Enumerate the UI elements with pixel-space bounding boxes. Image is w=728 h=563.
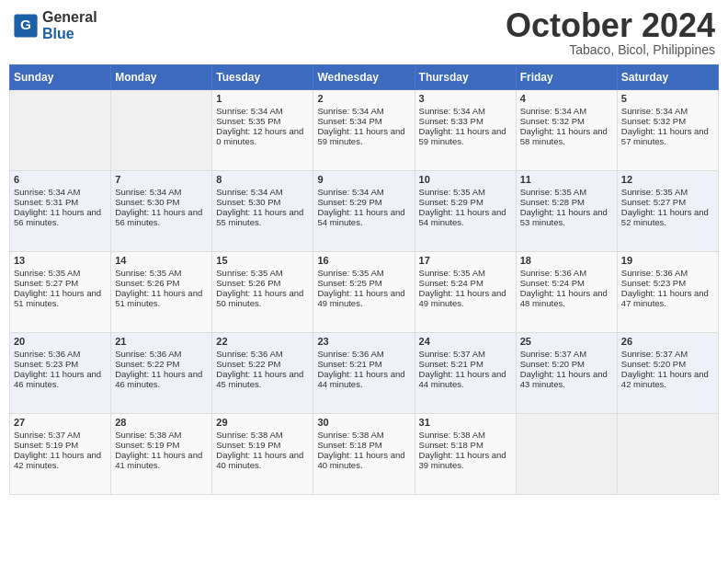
day-number: 2 <box>317 93 410 104</box>
day-info: Daylight: 11 hours and 58 minutes. <box>520 126 613 146</box>
weekday-header-saturday: Saturday <box>617 65 718 90</box>
day-number: 14 <box>115 255 208 266</box>
day-info: Sunrise: 5:37 AM <box>621 349 714 359</box>
day-info: Sunrise: 5:34 AM <box>317 106 410 116</box>
day-info: Sunset: 5:32 PM <box>621 116 714 126</box>
title-block: October 2024 Tabaco, Bicol, Philippines <box>506 9 715 57</box>
day-info: Sunset: 5:23 PM <box>14 359 107 369</box>
calendar-cell: 26Sunrise: 5:37 AMSunset: 5:20 PMDayligh… <box>617 333 718 414</box>
calendar-header: SundayMondayTuesdayWednesdayThursdayFrid… <box>10 65 719 90</box>
day-info: Sunset: 5:24 PM <box>419 278 512 288</box>
day-info: Sunset: 5:26 PM <box>115 278 208 288</box>
calendar-cell: 20Sunrise: 5:36 AMSunset: 5:23 PMDayligh… <box>10 333 111 414</box>
day-info: Sunset: 5:32 PM <box>520 116 613 126</box>
calendar-cell: 23Sunrise: 5:36 AMSunset: 5:21 PMDayligh… <box>313 333 415 414</box>
day-info: Sunset: 5:20 PM <box>621 359 714 369</box>
day-info: Daylight: 11 hours and 54 minutes. <box>317 207 410 227</box>
day-info: Daylight: 11 hours and 51 minutes. <box>115 288 208 308</box>
day-info: Sunrise: 5:35 AM <box>621 187 714 197</box>
calendar-cell: 7Sunrise: 5:34 AMSunset: 5:30 PMDaylight… <box>111 171 212 252</box>
day-number: 12 <box>621 174 714 185</box>
day-info: Sunrise: 5:34 AM <box>216 187 309 197</box>
day-info: Daylight: 11 hours and 59 minutes. <box>419 126 512 146</box>
day-info: Sunrise: 5:37 AM <box>14 430 107 440</box>
day-info: Sunrise: 5:34 AM <box>216 106 309 116</box>
logo-line2: Blue <box>42 26 97 42</box>
day-info: Sunrise: 5:34 AM <box>115 187 208 197</box>
day-info: Daylight: 11 hours and 49 minutes. <box>317 288 410 308</box>
day-info: Sunset: 5:19 PM <box>115 440 208 450</box>
day-number: 1 <box>216 93 309 104</box>
day-info: Sunrise: 5:38 AM <box>115 430 208 440</box>
day-info: Sunset: 5:31 PM <box>14 197 107 207</box>
calendar-cell: 27Sunrise: 5:37 AMSunset: 5:19 PMDayligh… <box>10 414 111 495</box>
day-info: Sunrise: 5:34 AM <box>317 187 410 197</box>
day-info: Daylight: 11 hours and 41 minutes. <box>115 450 208 470</box>
day-info: Sunset: 5:22 PM <box>115 359 208 369</box>
day-number: 26 <box>621 336 714 347</box>
day-info: Sunrise: 5:36 AM <box>520 268 613 278</box>
calendar-cell: 13Sunrise: 5:35 AMSunset: 5:27 PMDayligh… <box>10 252 111 333</box>
weekday-row: SundayMondayTuesdayWednesdayThursdayFrid… <box>10 65 719 90</box>
day-info: Sunset: 5:28 PM <box>520 197 613 207</box>
calendar-cell: 24Sunrise: 5:37 AMSunset: 5:21 PMDayligh… <box>415 333 516 414</box>
calendar-cell: 25Sunrise: 5:37 AMSunset: 5:20 PMDayligh… <box>516 333 617 414</box>
day-number: 5 <box>621 93 714 104</box>
calendar-cell: 1Sunrise: 5:34 AMSunset: 5:35 PMDaylight… <box>212 90 313 171</box>
day-info: Sunrise: 5:36 AM <box>216 349 309 359</box>
day-info: Daylight: 11 hours and 44 minutes. <box>317 369 410 389</box>
day-number: 31 <box>419 417 512 428</box>
calendar-cell: 5Sunrise: 5:34 AMSunset: 5:32 PMDaylight… <box>617 90 718 171</box>
day-number: 30 <box>317 417 410 428</box>
day-info: Sunset: 5:24 PM <box>520 278 613 288</box>
day-number: 25 <box>520 336 613 347</box>
day-number: 9 <box>317 174 410 185</box>
weekday-header-wednesday: Wednesday <box>313 65 415 90</box>
calendar-cell: 2Sunrise: 5:34 AMSunset: 5:34 PMDaylight… <box>313 90 415 171</box>
day-number: 28 <box>115 417 208 428</box>
calendar-cell: 4Sunrise: 5:34 AMSunset: 5:32 PMDaylight… <box>516 90 617 171</box>
day-info: Daylight: 11 hours and 40 minutes. <box>317 450 410 470</box>
day-info: Daylight: 11 hours and 53 minutes. <box>520 207 613 227</box>
header: G General Blue October 2024 Tabaco, Bico… <box>9 9 719 57</box>
calendar-cell <box>111 90 212 171</box>
calendar-cell: 18Sunrise: 5:36 AMSunset: 5:24 PMDayligh… <box>516 252 617 333</box>
calendar-cell: 6Sunrise: 5:34 AMSunset: 5:31 PMDaylight… <box>10 171 111 252</box>
day-number: 4 <box>520 93 613 104</box>
day-info: Sunset: 5:33 PM <box>419 116 512 126</box>
day-info: Sunset: 5:35 PM <box>216 116 309 126</box>
day-info: Sunset: 5:30 PM <box>216 197 309 207</box>
weekday-header-friday: Friday <box>516 65 617 90</box>
logo-line1: General <box>42 9 97 26</box>
calendar-cell: 31Sunrise: 5:38 AMSunset: 5:18 PMDayligh… <box>415 414 516 495</box>
day-info: Sunset: 5:29 PM <box>419 197 512 207</box>
day-info: Sunset: 5:18 PM <box>419 440 512 450</box>
day-number: 23 <box>317 336 410 347</box>
day-info: Sunset: 5:22 PM <box>216 359 309 369</box>
weekday-header-sunday: Sunday <box>10 65 111 90</box>
day-info: Sunrise: 5:36 AM <box>621 268 714 278</box>
day-info: Daylight: 11 hours and 55 minutes. <box>216 207 309 227</box>
day-info: Sunset: 5:19 PM <box>14 440 107 450</box>
day-info: Daylight: 11 hours and 40 minutes. <box>216 450 309 470</box>
logo: G General Blue <box>13 9 97 41</box>
day-info: Daylight: 11 hours and 51 minutes. <box>14 288 107 308</box>
calendar-cell: 29Sunrise: 5:38 AMSunset: 5:19 PMDayligh… <box>212 414 313 495</box>
day-info: Sunset: 5:25 PM <box>317 278 410 288</box>
calendar-cell: 17Sunrise: 5:35 AMSunset: 5:24 PMDayligh… <box>415 252 516 333</box>
day-info: Sunrise: 5:37 AM <box>520 349 613 359</box>
calendar-week-5: 27Sunrise: 5:37 AMSunset: 5:19 PMDayligh… <box>10 414 719 495</box>
day-info: Sunrise: 5:35 AM <box>317 268 410 278</box>
calendar-cell <box>516 414 617 495</box>
calendar-cell: 30Sunrise: 5:38 AMSunset: 5:18 PMDayligh… <box>313 414 415 495</box>
calendar-cell <box>10 90 111 171</box>
day-info: Sunrise: 5:34 AM <box>520 106 613 116</box>
day-info: Sunrise: 5:34 AM <box>621 106 714 116</box>
month-title: October 2024 <box>506 9 715 42</box>
day-info: Sunset: 5:27 PM <box>14 278 107 288</box>
svg-text:G: G <box>20 17 31 32</box>
day-info: Daylight: 11 hours and 42 minutes. <box>621 369 714 389</box>
calendar-week-4: 20Sunrise: 5:36 AMSunset: 5:23 PMDayligh… <box>10 333 719 414</box>
day-info: Daylight: 11 hours and 42 minutes. <box>14 450 107 470</box>
day-info: Daylight: 11 hours and 46 minutes. <box>115 369 208 389</box>
